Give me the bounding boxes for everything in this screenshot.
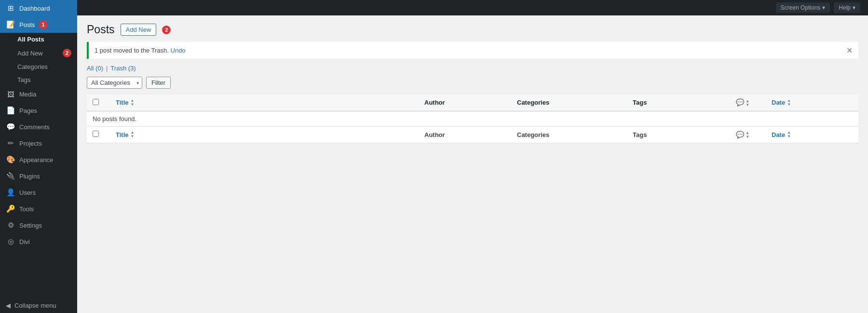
- select-all-checkbox[interactable]: [93, 99, 99, 105]
- title-footer-header: Title ▲▼: [110, 126, 419, 143]
- all-posts-link[interactable]: All (0): [87, 65, 103, 72]
- undo-link[interactable]: Undo: [171, 47, 186, 54]
- date-footer-sort-arrows: ▲▼: [787, 131, 791, 138]
- content-area: Posts Add New 2 1 post moved to the Tras…: [77, 15, 868, 313]
- page-header: Posts Add New 2: [87, 23, 858, 36]
- sidebar-item-appearance[interactable]: 🎨 Appearance: [0, 151, 77, 168]
- sidebar-item-settings[interactable]: ⚙ Settings: [0, 217, 77, 233]
- settings-icon: ⚙: [6, 221, 15, 230]
- help-chevron-icon: ▾: [853, 4, 855, 11]
- comments-footer-sort-arrows: ▲▼: [746, 131, 749, 139]
- sidebar-item-add-new[interactable]: Add New 2: [0, 46, 77, 60]
- tags-footer-header: Tags: [627, 126, 719, 143]
- screen-options-button[interactable]: Screen Options ▾: [776, 2, 830, 13]
- appearance-icon: 🎨: [6, 155, 15, 164]
- tags-column-header: Tags: [627, 95, 719, 111]
- posts-table: Title ▲▼ Author Categories Tags 💬 ▲▼ Dat…: [87, 95, 858, 143]
- sidebar-item-projects[interactable]: ✏ Projects: [0, 135, 77, 151]
- sidebar-item-dashboard[interactable]: ⊞ Dashboard: [0, 0, 77, 16]
- date-column-header: Date ▲▼: [766, 95, 858, 111]
- divi-icon: ◎: [6, 237, 15, 246]
- title-column-header: Title ▲▼: [110, 95, 419, 111]
- posts-submenu: All Posts Add New 2 Categories Tags: [0, 33, 77, 86]
- sidebar-item-all-posts[interactable]: All Posts: [0, 33, 77, 46]
- chevron-down-icon: ▾: [822, 4, 825, 11]
- posts-badge: 1: [39, 20, 48, 29]
- sidebar-item-posts[interactable]: 📝 Posts 1: [0, 16, 77, 33]
- comment-bubble-footer-icon: 💬: [736, 131, 744, 138]
- comments-footer-header: 💬 ▲▼: [719, 126, 766, 143]
- posts-icon: 📝: [6, 20, 15, 29]
- author-column-header: Author: [419, 95, 511, 111]
- select-all-footer-checkbox[interactable]: [93, 131, 99, 137]
- sidebar-item-comments[interactable]: 💬 Comments: [0, 119, 77, 135]
- page-title: Posts: [87, 23, 115, 36]
- trash-link[interactable]: Trash (3): [110, 65, 136, 72]
- date-sort-arrows: ▲▼: [787, 99, 791, 107]
- subnav-separator: |: [106, 65, 108, 72]
- projects-icon: ✏: [6, 139, 15, 148]
- author-footer-header: Author: [419, 126, 511, 143]
- table-header-row: Title ▲▼ Author Categories Tags 💬 ▲▼ Dat…: [87, 95, 858, 111]
- users-icon: 👤: [6, 188, 15, 197]
- sidebar-item-divi[interactable]: ◎ Divi: [0, 233, 77, 250]
- title-footer-sort-arrows: ▲▼: [131, 131, 135, 138]
- category-select[interactable]: All Categories: [87, 77, 142, 89]
- header-badge: 2: [162, 26, 171, 34]
- sidebar-item-tags[interactable]: Tags: [0, 73, 77, 86]
- date-footer-header: Date ▲▼: [766, 126, 858, 143]
- trash-notice: 1 post moved to the Trash. Undo ✕: [87, 42, 858, 59]
- plugins-icon: 🔌: [6, 172, 15, 180]
- media-icon: 🖼: [6, 90, 15, 98]
- sidebar-item-tools[interactable]: 🔑 Tools: [0, 201, 77, 217]
- help-button[interactable]: Help ▾: [834, 2, 860, 13]
- sidebar-item-categories[interactable]: Categories: [0, 60, 77, 73]
- category-select-wrapper: All Categories: [87, 77, 142, 89]
- date-footer-sort-link[interactable]: Date ▲▼: [772, 131, 791, 138]
- pages-icon: 📄: [6, 106, 15, 115]
- sidebar-item-media[interactable]: 🖼 Media: [0, 86, 77, 102]
- select-all-header: [87, 95, 110, 111]
- comments-icon: 💬: [6, 122, 15, 131]
- sidebar-item-users[interactable]: 👤 Users: [0, 184, 77, 201]
- categories-column-header: Categories: [511, 95, 627, 111]
- table-footer-row: Title ▲▼ Author Categories Tags 💬 ▲▼ Dat…: [87, 126, 858, 143]
- sidebar-item-pages[interactable]: 📄 Pages: [0, 102, 77, 119]
- topbar: Screen Options ▾ Help ▾: [77, 0, 868, 15]
- comment-bubble-icon: 💬: [736, 98, 744, 106]
- title-sort-link[interactable]: Title ▲▼: [116, 99, 134, 107]
- collapse-menu-button[interactable]: ◀ Collapse menu: [0, 298, 77, 313]
- sidebar: ⊞ Dashboard 📝 Posts 1 All Posts Add New …: [0, 0, 77, 313]
- date-sort-link[interactable]: Date ▲▼: [772, 99, 791, 107]
- add-new-header-button[interactable]: Add New: [121, 24, 157, 36]
- notice-text: 1 post moved to the Trash. Undo: [95, 47, 186, 54]
- comments-sort-arrows: ▲▼: [746, 99, 749, 107]
- title-footer-sort-link[interactable]: Title ▲▼: [116, 131, 134, 138]
- select-all-footer: [87, 126, 110, 143]
- sidebar-item-plugins[interactable]: 🔌 Plugins: [0, 168, 77, 184]
- comments-column-header: 💬 ▲▼: [719, 95, 766, 111]
- dashboard-icon: ⊞: [6, 4, 15, 13]
- title-sort-arrows: ▲▼: [131, 99, 135, 107]
- no-posts-row: No posts found.: [87, 111, 858, 126]
- notice-close-button[interactable]: ✕: [846, 46, 853, 55]
- main-content: Screen Options ▾ Help ▾ Posts Add New 2 …: [77, 0, 868, 313]
- sub-navigation: All (0) | Trash (3): [87, 65, 858, 72]
- filter-bar: All Categories Filter: [87, 77, 858, 89]
- no-posts-message: No posts found.: [87, 111, 858, 126]
- filter-button[interactable]: Filter: [146, 77, 171, 89]
- tools-icon: 🔑: [6, 204, 15, 213]
- categories-footer-header: Categories: [511, 126, 627, 143]
- collapse-icon: ◀: [6, 302, 11, 309]
- add-new-badge: 2: [63, 49, 71, 57]
